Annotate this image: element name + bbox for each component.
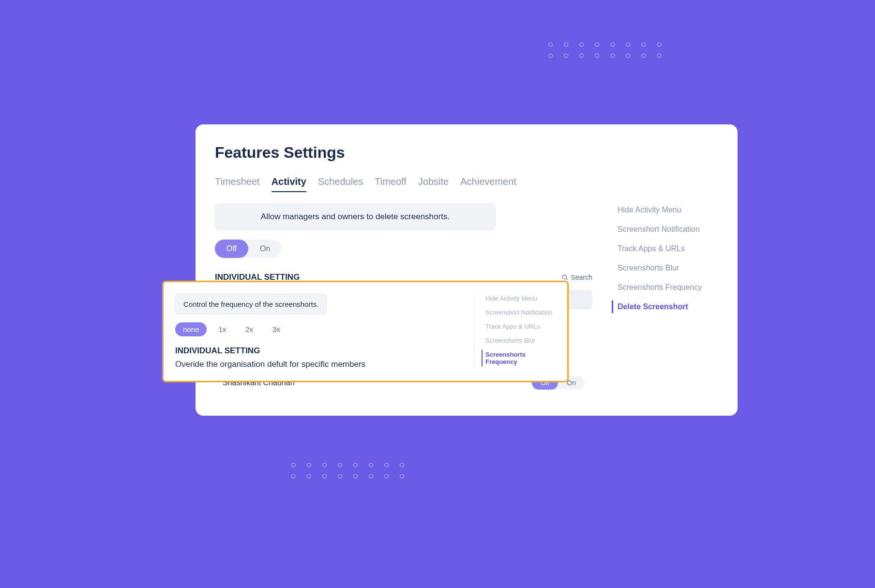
tab-activity[interactable]: Activity — [272, 176, 306, 192]
overlay-sidebar-track-apps[interactable]: Track Apps & URLs — [482, 322, 556, 331]
overlay-sidebar-hide-activity[interactable]: Hide Activity Menu — [482, 294, 556, 303]
freq-1x-button[interactable]: 1x — [211, 322, 234, 336]
svg-point-0 — [562, 275, 566, 279]
sidebar-item-hide-activity[interactable]: Hide Activity Menu — [612, 204, 718, 216]
sidebar-item-screenshots-frequency[interactable]: Screenshorts Frequency — [612, 281, 718, 294]
frequency-overlay-card: Control the frequency of the screenshort… — [162, 281, 569, 382]
sidebar-item-screenshots-blur[interactable]: Screenshorts Blur — [612, 262, 718, 274]
sidebar-item-delete-screenshot[interactable]: Delete Screenshort — [612, 301, 718, 313]
decorative-dots-bottom: ○○○○○○○○○○○○○○○○ — [290, 459, 415, 482]
overlay-sidebar-blur[interactable]: Screenshorts Blur — [482, 336, 556, 345]
toggle-on-button[interactable]: On — [248, 240, 282, 258]
frequency-options: none 1x 2x 3x — [175, 322, 458, 336]
overlay-sidebar-frequency[interactable]: Screenshorts Frequency — [482, 350, 556, 366]
tab-achievement[interactable]: Achievement — [460, 176, 516, 192]
overlay-sidebar: Hide Activity Menu Screenshort Notificat… — [473, 294, 556, 369]
svg-line-1 — [566, 278, 567, 280]
overlay-description: Overide the organisation defult for spec… — [175, 360, 458, 369]
tab-timesheet[interactable]: Timesheet — [215, 176, 260, 192]
overlay-heading: INDIVIDUAL SETTING — [175, 346, 458, 356]
freq-3x-button[interactable]: 3x — [265, 322, 288, 336]
freq-2x-button[interactable]: 2x — [238, 322, 261, 336]
decorative-dots-top: ○○○○○○○○○○○○○○○○ — [547, 39, 672, 61]
search-label: Search — [571, 273, 592, 281]
search-icon — [561, 274, 568, 281]
tab-timeoff[interactable]: Timeoff — [375, 176, 407, 192]
overlay-info-banner: Control the frequency of the screenshort… — [175, 294, 327, 315]
freq-none-button[interactable]: none — [175, 322, 207, 336]
main-toggle-group: Off On — [215, 240, 282, 258]
search-group[interactable]: Search — [561, 273, 592, 281]
tabs-nav: Timesheet Activity Schedules Timeoff Job… — [215, 176, 718, 192]
settings-sidebar: Hide Activity Menu Screenshort Notificat… — [612, 204, 718, 396]
overlay-sidebar-notification[interactable]: Screenshort Notification — [482, 308, 556, 317]
sidebar-item-screenshot-notification[interactable]: Screenshort Notification — [612, 223, 718, 236]
tab-jobsite[interactable]: Jobsite — [418, 176, 449, 192]
sidebar-item-track-apps[interactable]: Track Apps & URLs — [612, 242, 718, 255]
page-title: Features Settings — [215, 144, 718, 162]
tab-schedules[interactable]: Schedules — [318, 176, 363, 192]
info-banner: Allow managers and owners to delete scre… — [215, 204, 496, 230]
toggle-off-button[interactable]: Off — [215, 240, 248, 258]
